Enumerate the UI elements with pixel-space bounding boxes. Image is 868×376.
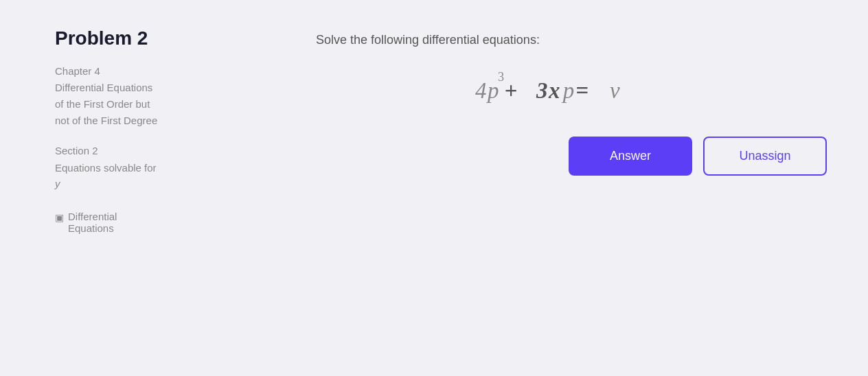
svg-text:x: x — [548, 78, 560, 103]
section-line1: Equations solvable for — [55, 162, 157, 174]
section-line2: y — [55, 176, 275, 192]
svg-text:4: 4 — [475, 78, 486, 103]
right-panel: Solve the following differential equatio… — [316, 27, 827, 349]
page-container: Problem 2 Chapter 4 Differential Equatio… — [0, 0, 868, 376]
left-panel: Problem 2 Chapter 4 Differential Equatio… — [55, 27, 275, 349]
equation-svg: 4 p 3 + 3 x p = v — [475, 68, 667, 109]
chapter-line2: of the First Order but — [55, 96, 275, 113]
section-info: Section 2 Equations solvable for y — [55, 143, 275, 191]
svg-text:=: = — [576, 78, 589, 103]
chapter-line3: not of the First Degree — [55, 113, 275, 129]
svg-text:p: p — [486, 78, 499, 103]
svg-text:3: 3 — [536, 78, 547, 103]
section-label: Section 2 — [55, 143, 275, 159]
section-subtitle: Equations solvable for y — [55, 161, 275, 191]
svg-text:v: v — [610, 78, 620, 103]
unassign-button[interactable]: Unassign — [703, 137, 827, 176]
actions-row: Answer Unassign — [569, 137, 827, 176]
answer-button[interactable]: Answer — [569, 137, 692, 176]
chapter-line1: Differential Equations — [55, 80, 275, 96]
book-line2: Equations — [68, 222, 117, 234]
chapter-label: Chapter 4 — [55, 63, 275, 80]
chapter-info: Chapter 4 Differential Equations of the … — [55, 63, 275, 129]
svg-text:+: + — [505, 78, 518, 103]
book-line1: Differential — [68, 211, 117, 222]
problem-instruction: Solve the following differential equatio… — [316, 33, 540, 47]
book-text: Differential Equations — [68, 211, 117, 234]
book-icon: ▣ — [55, 212, 64, 223]
problem-title: Problem 2 — [55, 27, 275, 49]
book-link[interactable]: ▣ Differential Equations — [55, 211, 275, 234]
svg-text:3: 3 — [498, 70, 504, 84]
svg-text:p: p — [562, 78, 574, 103]
equation-container: 4 p 3 + 3 x p = v — [316, 68, 827, 109]
